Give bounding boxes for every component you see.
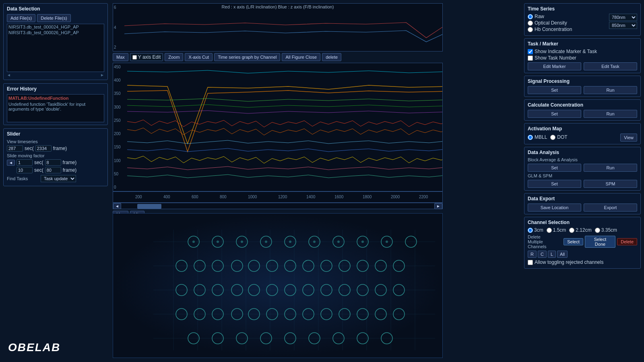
sec-label: sec( <box>25 146 34 151</box>
allow-toggle-row: Allow toggling rejected channels <box>528 259 637 265</box>
select-button[interactable]: Select <box>564 238 583 245</box>
hb-concentration-label: Hb Concentration <box>535 27 572 32</box>
left-arrow-button[interactable]: ◄ <box>7 160 15 166</box>
signal-run-button[interactable]: Run <box>584 86 637 94</box>
svg-point-93 <box>386 241 388 243</box>
glm-spm-label: GLM & SPM <box>528 173 637 178</box>
signal-processing-section: Signal Processing Set Run <box>524 76 641 97</box>
row2-frame-input[interactable] <box>45 167 61 173</box>
allow-toggle-checkbox[interactable] <box>528 260 533 265</box>
task-marker-title: Task / Marker <box>528 41 637 47</box>
calc-run-button[interactable]: Run <box>584 110 637 118</box>
r-button[interactable]: R <box>528 251 537 258</box>
x-axis-cut-button[interactable]: X-axis Cut <box>185 53 213 61</box>
raw-radio[interactable] <box>528 14 533 19</box>
analysis-run-button[interactable]: Run <box>584 164 637 172</box>
wavelength-select-2[interactable]: 850nm 780nm <box>609 22 637 29</box>
motion-chart: Red : x axis (L/R inclination) Blue : z … <box>113 3 443 51</box>
error-message: Undefined function 'TaskBlock' for input… <box>8 102 103 111</box>
delete-button[interactable]: delete <box>322 53 341 61</box>
l-button[interactable]: L <box>548 251 556 258</box>
show-task-number-label: Show Task Number <box>535 55 576 61</box>
signal-set-button[interactable]: Set <box>528 86 581 94</box>
2-12cm-radio[interactable] <box>569 228 574 233</box>
edit-marker-button[interactable]: Edit Marker <box>528 62 581 70</box>
show-indicate-checkbox[interactable] <box>528 49 533 54</box>
hb-concentration-radio[interactable] <box>528 27 533 32</box>
optical-density-radio[interactable] <box>528 21 533 26</box>
calculate-concentration-section: Calculate Concentration Set Run <box>524 99 641 121</box>
scroll-right-button[interactable]: ► <box>434 203 442 209</box>
probe-svg <box>113 214 443 358</box>
c-button[interactable]: C <box>538 251 547 258</box>
y-edit-checkbox[interactable] <box>132 55 137 60</box>
svg-point-92 <box>361 241 364 243</box>
channel-radio-group: 3cm 1.5cm 2.12cm 3.35cm <box>528 227 637 233</box>
delete-files-button[interactable]: Delete File(s) <box>37 14 70 22</box>
zoom-button[interactable]: Zoom <box>165 53 183 61</box>
calc-set-button[interactable]: Set <box>528 110 581 118</box>
time-series-graph-button[interactable]: Time series graph by Channel <box>214 53 280 61</box>
analysis-set-button[interactable]: Set <box>528 164 581 172</box>
scroll-left-button[interactable]: ◄ <box>113 203 121 209</box>
all-button[interactable]: All <box>557 251 568 258</box>
select-done-button[interactable]: Select Done <box>585 236 615 248</box>
optical-density-label: Optical Density <box>535 20 567 26</box>
signal-processing-title: Signal Processing <box>528 78 637 84</box>
error-history-title: Error History <box>7 86 104 92</box>
svg-point-90 <box>313 241 316 243</box>
task-marker-section: Task / Marker Show Indicate Marker & Tas… <box>524 38 641 73</box>
3-35cm-radio[interactable] <box>595 228 600 233</box>
delete-multiple-label: DeleteMultiple Channels <box>528 234 562 249</box>
spm-button[interactable]: SPM <box>584 180 637 188</box>
svg-text:800: 800 <box>220 195 227 199</box>
row1-frame-input[interactable] <box>45 159 61 166</box>
delete-multiple-row: DeleteMultiple Channels Select Select Do… <box>528 234 637 249</box>
view-button[interactable]: View <box>620 134 637 142</box>
time-series-section: Time Series Raw Optical Density Hb Conce… <box>524 3 641 36</box>
task-dropdown[interactable]: Task update <box>41 175 76 182</box>
wavelength-select-1[interactable]: 780nm 850nm <box>609 14 637 21</box>
save-location-button[interactable]: Save Location <box>528 204 581 212</box>
file-item[interactable]: NIRSIT3.db_test_000026_HGP_AP <box>7 30 104 35</box>
row2-sec-input[interactable] <box>17 167 33 173</box>
svg-text:600: 600 <box>192 195 198 199</box>
spm-set-button[interactable]: Set <box>528 180 581 188</box>
edit-task-button[interactable]: Edit Task <box>584 62 637 70</box>
rclall-row: R C L All <box>528 251 637 258</box>
allow-toggle-label: Allow toggling rejected channels <box>535 259 603 265</box>
export-button[interactable]: Export <box>584 204 637 212</box>
svg-text:1000: 1000 <box>248 195 257 199</box>
slide-moving-label: Slide moving factor <box>7 153 45 158</box>
1-5cm-radio[interactable] <box>547 228 552 233</box>
svg-text:2000: 2000 <box>391 195 400 199</box>
all-figure-close-button[interactable]: All Figure Close <box>282 53 320 61</box>
3cm-radio[interactable] <box>528 228 533 233</box>
row1-sec-input[interactable] <box>17 159 33 166</box>
file-list[interactable]: NIRSIT3.db_test_000024_HGP_AP NIRSIT3.db… <box>7 24 104 72</box>
time-series-title: Time Series <box>528 6 637 12</box>
dot-radio[interactable] <box>550 135 555 140</box>
add-files-button[interactable]: Add File(s) <box>7 14 35 22</box>
max-button[interactable]: Max <box>113 53 128 61</box>
scroll-thumb[interactable] <box>137 204 161 209</box>
raw-label: Raw <box>535 14 544 19</box>
x-axis-svg: 200 400 600 800 1000 1200 1400 1600 1800… <box>127 192 442 202</box>
slider-sec-value[interactable] <box>7 145 23 152</box>
main-chart: 450 400 350 300 250 200 150 100 50 0 <box>113 63 443 191</box>
file-item[interactable]: NIRSIT3.db_test_000024_HGP_AP <box>7 24 104 30</box>
activation-map-title: Activation Map <box>528 126 637 132</box>
right-panel: Time Series Raw Optical Density Hb Conce… <box>524 3 641 271</box>
3cm-label: 3cm <box>534 227 543 233</box>
slider-frame-value[interactable] <box>35 145 52 152</box>
svg-text:1200: 1200 <box>278 195 287 199</box>
frame-label: frame) <box>53 146 67 151</box>
svg-point-87 <box>241 241 243 243</box>
show-task-number-checkbox[interactable] <box>528 56 533 61</box>
channel-delete-button[interactable]: Delete <box>617 238 637 245</box>
y-axis-labels: 450 400 350 300 250 200 150 100 50 0 <box>113 63 127 191</box>
y-axis-motion: 6 4 2 <box>113 4 124 51</box>
scrollbar[interactable]: ◄ ► <box>113 203 443 209</box>
svg-text:200: 200 <box>135 195 142 199</box>
mbll-radio[interactable] <box>528 135 533 140</box>
